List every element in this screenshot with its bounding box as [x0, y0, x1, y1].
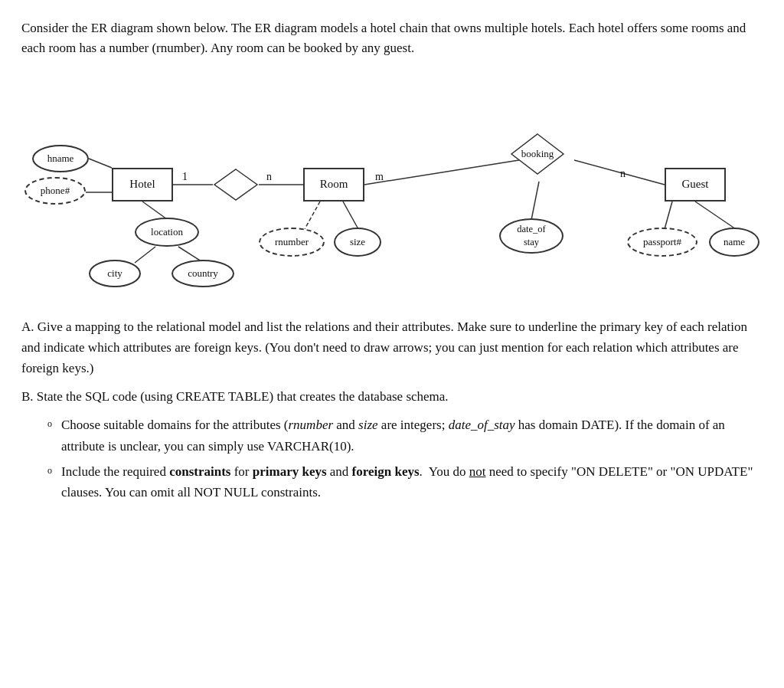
- question-b-intro: B. State the SQL code (using CREATE TABL…: [21, 386, 763, 407]
- rnumber-italic: rnumber: [289, 418, 334, 432]
- entity-guest: Guest: [665, 168, 726, 201]
- attr-passport: passport#: [627, 228, 697, 257]
- svg-marker-14: [214, 169, 257, 200]
- relationship-diamond1: [213, 168, 259, 201]
- svg-line-10: [343, 201, 358, 229]
- question-b-text: State the SQL code (using CREATE TABLE) …: [34, 389, 449, 404]
- question-b-prefix: B.: [21, 389, 34, 404]
- date-italic: date_of_stay: [449, 418, 515, 432]
- attr-phone: phone#: [24, 177, 86, 205]
- constraints-bold: constraints: [169, 464, 230, 479]
- primary-keys-bold: primary keys: [253, 464, 327, 479]
- subitem-domains: Choose suitable domains for the attribut…: [46, 414, 763, 456]
- attr-city: city: [89, 260, 141, 287]
- size-italic: size: [358, 418, 378, 432]
- relationship-booking: booking: [510, 133, 565, 175]
- entity-hotel: Hotel: [112, 168, 173, 201]
- attr-size: size: [334, 228, 381, 257]
- subitem-constraints: Include the required constraints for pri…: [46, 461, 763, 503]
- booking-label: booking: [521, 148, 554, 160]
- entity-room: Room: [303, 168, 364, 201]
- intro-text: Consider the ER diagram shown below. The…: [21, 18, 763, 59]
- not-underline: not: [469, 464, 486, 479]
- svg-line-2: [364, 160, 519, 185]
- cardinality-m: m: [375, 171, 384, 183]
- svg-line-11: [531, 182, 539, 220]
- svg-line-4: [89, 159, 112, 168]
- cardinality-n1: n: [266, 171, 272, 183]
- er-diagram: Hotel Room Guest booking hname phone# lo…: [21, 77, 772, 292]
- attr-location: location: [135, 218, 199, 247]
- svg-line-3: [574, 160, 665, 185]
- svg-line-7: [135, 247, 155, 263]
- question-a-text: Give a mapping to the relational model a…: [21, 319, 747, 375]
- cardinality-1: 1: [182, 171, 188, 183]
- attr-hname: hname: [32, 145, 89, 172]
- questions-section: A. Give a mapping to the relational mode…: [21, 316, 763, 503]
- question-a-prefix: A.: [21, 319, 34, 334]
- attr-country: country: [172, 260, 234, 287]
- attr-rnumber: rnumber: [259, 228, 325, 257]
- attr-date-of-stay: date_ofstay: [499, 218, 564, 254]
- foreign-keys-bold: foreign keys: [352, 464, 420, 479]
- svg-line-6: [142, 201, 167, 219]
- attr-name: name: [709, 228, 760, 257]
- question-b-sublist: Choose suitable domains for the attribut…: [46, 414, 763, 503]
- cardinality-n2: n: [620, 168, 626, 180]
- svg-line-9: [305, 201, 320, 229]
- svg-line-13: [695, 201, 736, 229]
- question-a: A. Give a mapping to the relational mode…: [21, 316, 763, 379]
- svg-line-12: [665, 201, 672, 229]
